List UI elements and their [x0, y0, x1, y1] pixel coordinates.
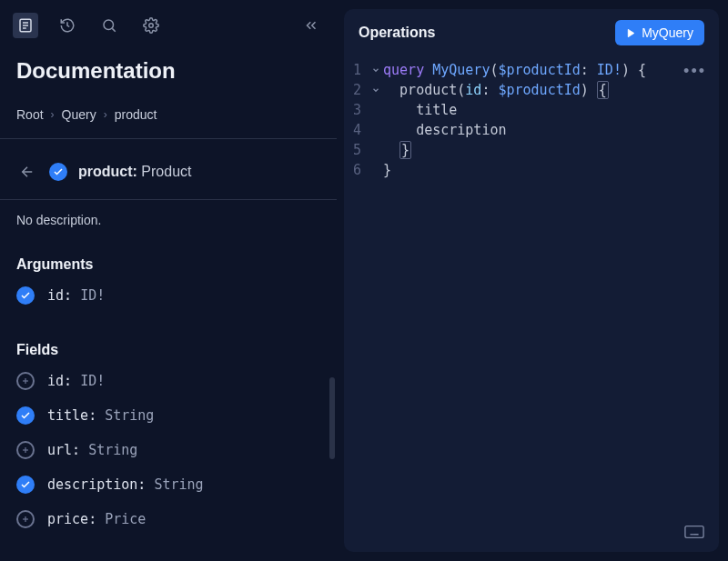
svg-point-4: [104, 20, 114, 30]
history-icon[interactable]: [55, 13, 80, 38]
breadcrumb-product[interactable]: product: [115, 107, 157, 122]
svg-marker-14: [628, 29, 633, 36]
breadcrumb-root[interactable]: Root: [16, 107, 44, 122]
svg-point-6: [149, 24, 154, 28]
field-row-title[interactable]: title: String: [0, 398, 337, 433]
play-icon: [626, 28, 636, 38]
no-description-text: No description.: [0, 200, 337, 227]
type-header: product: Product: [0, 139, 337, 200]
field-signature: url: String: [47, 442, 137, 458]
breadcrumb-query[interactable]: Query: [62, 107, 96, 122]
editor-header: Operations MyQuery: [344, 9, 719, 56]
plus-circle-icon[interactable]: [16, 372, 35, 390]
type-name: Product: [141, 164, 191, 179]
sidebar: Documentation Root › Query › product pro…: [0, 0, 337, 561]
breadcrumb: Root › Query › product: [0, 100, 337, 139]
run-button-label: MyQuery: [642, 25, 693, 40]
check-circle-icon[interactable]: [16, 406, 35, 425]
field-row-id[interactable]: id: ID!: [0, 364, 337, 398]
back-arrow-icon[interactable]: [16, 161, 38, 183]
more-actions-icon[interactable]: •••: [683, 62, 706, 81]
svg-rect-15: [685, 526, 703, 538]
line-number-gutter: 1 2 3 4 5 6: [353, 60, 369, 180]
search-icon[interactable]: [96, 13, 122, 38]
plus-circle-icon[interactable]: [16, 441, 35, 459]
field-signature: title: String: [47, 407, 154, 424]
type-label: product: Product: [78, 164, 191, 180]
sidebar-topbar: [0, 0, 337, 47]
documentation-title: Documentation: [0, 47, 337, 100]
argument-row[interactable]: id: ID!: [0, 278, 337, 313]
code-editor[interactable]: 1 2 3 4 5 6 query MyQuery($productId: ID…: [344, 56, 719, 184]
operations-title: Operations: [359, 25, 435, 41]
argument-signature: id: ID!: [47, 287, 105, 304]
check-circle-icon[interactable]: [16, 286, 35, 305]
field-row-url[interactable]: url: String: [0, 433, 337, 467]
chevron-down-icon[interactable]: [369, 80, 383, 100]
field-signature: id: ID!: [47, 373, 105, 389]
type-field-name: product:: [78, 164, 137, 179]
plus-circle-icon[interactable]: [16, 510, 35, 528]
field-signature: price: Price: [47, 511, 146, 527]
svg-line-5: [112, 28, 115, 31]
field-row-description[interactable]: description: String: [0, 467, 337, 502]
keyboard-icon[interactable]: [684, 525, 704, 539]
check-circle-icon[interactable]: [16, 476, 35, 494]
code-lines[interactable]: query MyQuery($productId: ID!) { product…: [383, 60, 710, 180]
field-row-price[interactable]: price: Price: [0, 502, 337, 536]
editor-panel: Operations MyQuery ••• 1 2 3 4 5 6: [344, 9, 719, 552]
check-circle-icon[interactable]: [49, 163, 67, 181]
field-signature: description: String: [47, 476, 204, 493]
docs-tab-icon[interactable]: [13, 13, 38, 38]
fields-section-title: Fields: [0, 313, 337, 364]
chevron-right-icon: ›: [51, 108, 55, 121]
arguments-section-title: Arguments: [0, 227, 337, 278]
collapse-sidebar-icon[interactable]: [298, 13, 324, 38]
scrollbar[interactable]: [329, 377, 335, 459]
chevron-right-icon: ›: [104, 108, 107, 121]
fold-gutter[interactable]: [369, 60, 383, 180]
main-panel: Operations MyQuery ••• 1 2 3 4 5 6: [337, 0, 728, 561]
gear-icon[interactable]: [138, 13, 164, 38]
run-query-button[interactable]: MyQuery: [615, 20, 704, 45]
chevron-down-icon[interactable]: [369, 60, 383, 80]
